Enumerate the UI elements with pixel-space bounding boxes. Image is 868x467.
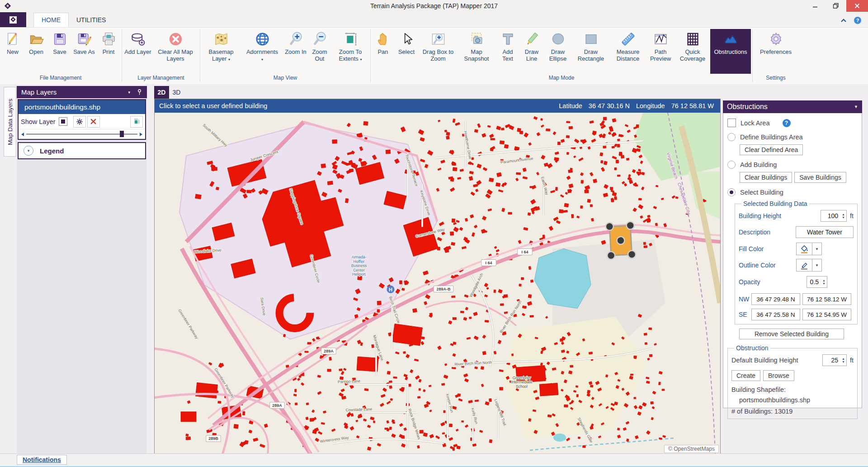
notifications-link[interactable]: Notifications	[17, 455, 67, 465]
basemap-layer-button[interactable]: Basemap Layer ▾	[202, 29, 241, 71]
clear-all-map-layers-button[interactable]: Clear All Map Layers	[152, 29, 198, 71]
lock-area-checkbox[interactable]	[727, 119, 736, 127]
building-height-value[interactable]: 100	[821, 212, 840, 219]
rectangle-icon	[583, 31, 599, 47]
opacity-value[interactable]: 0.5	[807, 278, 821, 286]
legend-section[interactable]: ▾ Legend	[18, 142, 146, 159]
slider-thumb[interactable]	[120, 131, 124, 137]
create-button[interactable]: Create	[731, 370, 760, 381]
draw-rectangle-button[interactable]: Draw Rectangle	[572, 29, 610, 71]
fill-color-picker[interactable]: ▼	[796, 243, 822, 255]
zoom-in-button[interactable]: Zoom In	[284, 29, 307, 71]
fill-color-dropdown[interactable]: ▼	[812, 243, 822, 255]
save-as-button[interactable]: Save As	[71, 29, 97, 71]
default-height-spinner[interactable]: 25 ▲▼	[822, 354, 847, 366]
openstreetmap-view[interactable]: H I 64I 64289A-B289A289A289BSouth Milita…	[155, 113, 720, 454]
add-building-radio[interactable]	[727, 161, 736, 169]
legend-expand-caret-icon[interactable]: ▾	[24, 146, 33, 156]
lock-area-help-icon[interactable]: ?	[783, 119, 791, 127]
layer-settings-button[interactable]	[73, 116, 86, 128]
add-text-label: Add Text	[497, 49, 519, 62]
add-layer-label: Add Layer	[124, 49, 151, 56]
close-button[interactable]	[846, 0, 868, 12]
tab-utilities[interactable]: UTILITIES	[69, 13, 113, 27]
print-button[interactable]: Print	[97, 29, 120, 71]
pin-icon[interactable]	[137, 89, 142, 95]
layer-card: portsmouthbuildings.shp Show Layer	[18, 99, 146, 140]
remove-layer-button[interactable]	[87, 116, 100, 128]
zoom-out-button[interactable]: Zoom Out	[307, 29, 332, 71]
group-settings: Preferences Settings	[753, 28, 798, 84]
clear-buildings-button[interactable]: Clear Buildings	[740, 172, 792, 183]
select-building-radio[interactable]	[727, 188, 736, 196]
spinner-arrows-icon[interactable]: ▲▼	[840, 357, 846, 363]
nw-latitude-field[interactable]: 36 47 29.48 N	[751, 293, 800, 305]
path-preview-button[interactable]: Path Preview	[646, 29, 675, 71]
slider-right-arrow-icon[interactable]	[140, 133, 142, 136]
new-button[interactable]: New	[1, 29, 24, 71]
panel-dropdown-caret-icon[interactable]: ▼	[854, 105, 858, 109]
panel-collapse-caret-icon[interactable]: ▾	[128, 91, 130, 93]
tab-home[interactable]: HOME	[33, 13, 69, 27]
description-field[interactable]: Water Tower	[796, 226, 854, 238]
zoom-extents-label: Zoom To Extents ▾	[333, 49, 368, 62]
adornments-button[interactable]: Adornments▾	[241, 29, 284, 71]
outline-color-picker[interactable]: ▼	[796, 259, 822, 272]
nw-longitude-field[interactable]: 76 12 58.12 W	[802, 293, 851, 305]
tab-2d[interactable]: 2D	[154, 86, 169, 99]
layer-name[interactable]: portsmouthbuildings.shp	[19, 100, 145, 114]
zoom-out-icon	[312, 31, 328, 47]
define-buildings-area-radio[interactable]	[727, 133, 736, 141]
restore-icon	[833, 3, 839, 9]
save-buildings-button[interactable]: Save Buildings	[794, 172, 846, 183]
basemap-icon	[213, 31, 229, 47]
default-height-value[interactable]: 25	[823, 357, 840, 364]
zoom-to-extents-button[interactable]: Zoom To Extents ▾	[332, 29, 369, 71]
collapse-ribbon-icon[interactable]	[840, 18, 847, 23]
show-layer-checkbox[interactable]	[59, 117, 67, 126]
selected-building[interactable]	[605, 221, 636, 259]
save-as-icon	[76, 31, 92, 47]
outline-color-dropdown[interactable]: ▼	[812, 259, 822, 272]
spinner-arrows-icon[interactable]: ▲▼	[840, 213, 846, 219]
obstructions-button[interactable]: Obstructions	[710, 29, 751, 74]
help-icon[interactable]: ?	[854, 16, 862, 24]
app-menu-button[interactable]	[0, 12, 26, 27]
map-data-layers-vertical-tab[interactable]: Map Data Layers	[4, 87, 16, 157]
open-button[interactable]: Open	[24, 29, 48, 71]
measure-distance-button[interactable]: Measure Distance	[610, 29, 646, 71]
map-canvas[interactable]: H I 64I 64289A-B289A289A289BSouth Milita…	[155, 113, 720, 454]
slider-track[interactable]	[26, 133, 137, 135]
draw-line-button[interactable]: Draw Line	[519, 29, 544, 71]
draw-ellipse-button[interactable]: Draw Ellipse	[544, 29, 572, 71]
browse-button[interactable]: Browse	[763, 370, 794, 381]
preferences-button[interactable]: Preferences	[754, 29, 797, 71]
remove-selected-building-button[interactable]: Remove Selected Building	[739, 329, 844, 339]
clear-defined-area-button[interactable]: Clear Defined Area	[740, 144, 803, 155]
layer-opacity-slider[interactable]	[19, 129, 145, 139]
restore-button[interactable]	[826, 0, 846, 12]
svg-text:289A: 289A	[324, 349, 334, 353]
add-text-button[interactable]: Add Text	[496, 29, 519, 71]
tab-3d[interactable]: 3D	[169, 86, 184, 99]
minimize-button[interactable]	[805, 0, 826, 12]
slider-left-arrow-icon[interactable]	[21, 133, 24, 136]
map-snapshot-button[interactable]: Map Snapshot	[457, 29, 496, 71]
se-longitude-field[interactable]: 76 12 54.95 W	[802, 309, 851, 320]
spinner-arrows-icon[interactable]: ▲▼	[821, 279, 827, 285]
ellipse-icon	[550, 31, 566, 47]
quick-coverage-button[interactable]: Quick Coverage	[675, 29, 710, 71]
save-button[interactable]: Save	[48, 29, 71, 71]
group-label-layer-management: Layer Management	[123, 74, 199, 84]
drag-box-to-zoom-button[interactable]: Drag Box to Zoom	[419, 29, 457, 71]
pan-button[interactable]: Pan	[372, 29, 394, 71]
outline-color-label: Outline Color	[739, 262, 796, 269]
opacity-spinner[interactable]: 0.5 ▲▼	[807, 276, 827, 288]
building-height-spinner[interactable]: 100 ▲▼	[821, 210, 847, 222]
path-preview-label: Path Preview	[647, 49, 674, 62]
clear-all-label: Clear All Map Layers	[153, 49, 198, 62]
add-layer-button[interactable]: Add Layer	[123, 29, 152, 71]
se-latitude-field[interactable]: 36 47 25.58 N	[751, 309, 800, 320]
select-button[interactable]: Select	[394, 29, 419, 71]
zoom-to-layer-button[interactable]	[130, 116, 143, 128]
